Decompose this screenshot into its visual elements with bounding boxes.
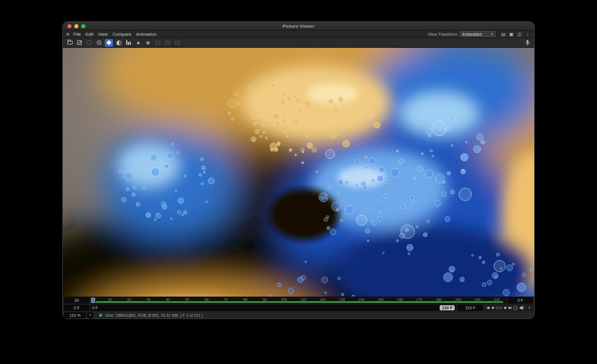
- range-end-highlight[interactable]: 210 F: [440, 305, 455, 310]
- window-title: Picture Viewer: [63, 24, 534, 29]
- open-panel-icon[interactable]: ▣: [508, 32, 515, 37]
- contrast-filter-icon[interactable]: [115, 39, 123, 47]
- transport-controls: |◀◀◁▷▶▶| ▼: [484, 305, 533, 311]
- download-icon[interactable]: ↓: [524, 32, 531, 37]
- toolbar: AB: [63, 38, 534, 48]
- timeline-tick-190: 190: [455, 298, 461, 301]
- display-mode-3-icon[interactable]: [173, 39, 182, 47]
- display-mode-2-icon: [165, 41, 170, 44]
- timeline-tick-210: 210: [494, 298, 500, 301]
- sound-input-icon[interactable]: [523, 39, 531, 47]
- view-transform-select[interactable]: Embedded ▼: [460, 31, 496, 37]
- compare-b-button[interactable]: B: [144, 39, 152, 47]
- display-mode-1-icon[interactable]: [154, 39, 162, 47]
- menu-view[interactable]: View: [98, 32, 108, 37]
- save-image-icon[interactable]: [75, 39, 84, 47]
- navigate-icon: [107, 40, 111, 45]
- go-to-start-button[interactable]: |◀: [486, 305, 489, 311]
- timeline-right-field[interactable]: 0 F: [508, 297, 533, 304]
- timeline-tick-150: 150: [378, 298, 384, 301]
- timeline-tick-180: 180: [436, 298, 441, 301]
- display-mode-1-icon: [156, 41, 160, 44]
- window-controls: [67, 24, 85, 28]
- pin-compare-icon[interactable]: [95, 39, 103, 47]
- timeline-tick-120: 120: [320, 298, 326, 301]
- menu-items: FileEditViewCompareAnimation: [73, 32, 156, 37]
- desktop-background: Picture Viewer ≡ FileEditViewCompareAnim…: [0, 0, 597, 364]
- navigate-icon[interactable]: [105, 39, 113, 47]
- menu-compare[interactable]: Compare: [112, 32, 131, 37]
- timeline-tick-10: 10: [108, 298, 112, 301]
- audio-options-chevron-icon[interactable]: ▼: [528, 306, 531, 309]
- zoom-level-field[interactable]: 119 %: [64, 312, 86, 318]
- histogram-icon[interactable]: [124, 39, 133, 47]
- timeline-tick-140: 140: [358, 298, 364, 301]
- fps-field[interactable]: 30: [64, 297, 89, 304]
- view-transform-value: Embedded: [462, 32, 482, 36]
- timeline-tick-200: 200: [475, 298, 481, 301]
- previous-frame-button[interactable]: ◀: [491, 305, 493, 311]
- image-info-text: Size: 2880x1800, RGB (8 Bit), 15.41 MB, …: [105, 313, 203, 317]
- open-image-icon: [67, 41, 73, 44]
- hamburger-menu-icon[interactable]: ≡: [66, 32, 69, 37]
- dual-view-icon[interactable]: ◫: [516, 32, 523, 37]
- toolbar-icons: AB: [66, 39, 182, 47]
- timeline-tick-90: 90: [263, 298, 267, 301]
- display-mode-2-icon[interactable]: [164, 39, 172, 47]
- compare-a-button[interactable]: A: [134, 39, 142, 47]
- minimize-window-button[interactable]: [74, 24, 78, 28]
- speaker-icon[interactable]: [520, 305, 526, 310]
- timeline-tick-110: 110: [301, 298, 307, 301]
- chevron-down-icon: ▼: [490, 32, 493, 36]
- preview-range-bar[interactable]: [96, 301, 503, 303]
- play-backward-button[interactable]: ◁: [496, 305, 498, 311]
- zoom-dropdown-chevron-icon[interactable]: ▼: [87, 312, 93, 318]
- timeline-ruler[interactable]: 1020304050607080901001101201301401501601…: [90, 297, 507, 304]
- timeline-tick-100: 100: [281, 298, 287, 301]
- menu-bar: ≡ FileEditViewCompareAnimation View Tran…: [63, 31, 534, 38]
- timeline-tick-40: 40: [166, 298, 170, 301]
- frame-strip-label: 0 F: [92, 306, 98, 310]
- range-row: 0 F 0 F 210 F 210 F |◀◀◁▷▶▶| ▼: [63, 304, 534, 312]
- transport-buttons: |◀◀◁▷▶▶|: [486, 305, 511, 311]
- go-to-end-button[interactable]: ▶|: [509, 305, 511, 311]
- menu-file[interactable]: File: [73, 32, 81, 37]
- timeline-tick-160: 160: [397, 298, 403, 301]
- reload-icon: [87, 40, 92, 45]
- frame-strip[interactable]: 0 F 210 F: [90, 305, 456, 311]
- timeline-tick-50: 50: [186, 298, 190, 301]
- titlebar[interactable]: Picture Viewer: [63, 22, 534, 31]
- render-status-icon[interactable]: [513, 306, 517, 310]
- color-profile-dot-icon: [99, 314, 102, 317]
- status-bar: 119 % ▼ Size: 2880x1800, RGB (8 Bit), 15…: [63, 312, 534, 319]
- zoom-window-button[interactable]: [81, 24, 85, 28]
- end-frame-field[interactable]: 210 F: [458, 305, 483, 311]
- open-image-icon[interactable]: [66, 39, 74, 47]
- edit-icon[interactable]: ▤: [500, 32, 507, 37]
- histogram-icon: [126, 40, 131, 45]
- contrast-filter-icon: [116, 40, 122, 46]
- reload-icon[interactable]: [85, 39, 93, 47]
- timeline-tick-20: 20: [127, 298, 131, 301]
- play-forward-button[interactable]: ▷: [500, 305, 502, 311]
- rendered-image: [63, 48, 534, 297]
- close-window-button[interactable]: [67, 24, 71, 28]
- playhead-marker[interactable]: [91, 298, 95, 303]
- current-frame-field[interactable]: 0 F: [64, 305, 89, 311]
- timeline-tick-170: 170: [417, 298, 422, 301]
- timeline-tick-30: 30: [146, 298, 150, 301]
- header-icons: ▤▣◫↓: [500, 32, 531, 37]
- view-transform-label: View Transform: [428, 32, 458, 37]
- image-canvas[interactable]: [63, 48, 534, 297]
- menu-edit[interactable]: Edit: [85, 32, 93, 37]
- pin-compare-icon: [97, 40, 101, 45]
- timeline-tick-130: 130: [339, 298, 345, 301]
- save-image-icon: [77, 40, 82, 45]
- toolbar-right: [523, 39, 531, 47]
- menubar-right: View Transform Embedded ▼ ▤▣◫↓: [428, 31, 531, 37]
- next-frame-button[interactable]: ▶: [504, 305, 507, 311]
- menu-animation[interactable]: Animation: [136, 32, 157, 37]
- timeline-tick-60: 60: [205, 298, 209, 301]
- timeline-tick-70: 70: [224, 298, 228, 301]
- picture-viewer-window: Picture Viewer ≡ FileEditViewCompareAnim…: [62, 21, 535, 319]
